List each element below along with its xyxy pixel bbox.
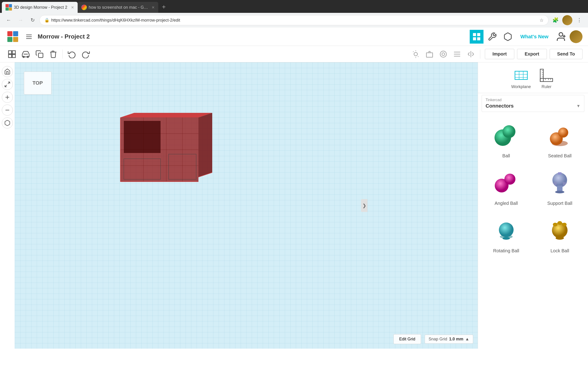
category-text: Connectors bbox=[485, 103, 514, 109]
svg-rect-4 bbox=[477, 33, 480, 36]
redo-button[interactable] bbox=[79, 48, 92, 60]
extensions-button[interactable]: 🧩 bbox=[550, 15, 561, 25]
send-to-button[interactable]: Send To bbox=[550, 49, 582, 59]
tab-google[interactable]: how to screenshot on mac - G… ✕ bbox=[78, 2, 158, 13]
project-title: Morrow - Project 2 bbox=[38, 33, 466, 40]
shape-support-ball[interactable]: Support Ball bbox=[534, 163, 586, 210]
address-bar[interactable]: 🔒 https://www.tinkercad.com/things/dHqK6… bbox=[40, 15, 548, 25]
home-view-button[interactable] bbox=[2, 66, 13, 77]
bookmark-icon[interactable]: ☆ bbox=[540, 17, 544, 23]
left-panel bbox=[0, 62, 15, 349]
category-value: Connectors ▼ bbox=[485, 103, 580, 109]
export-button[interactable]: Export bbox=[517, 49, 547, 59]
support-ball-image bbox=[544, 167, 576, 199]
copy-button[interactable] bbox=[33, 48, 46, 60]
svg-point-68 bbox=[552, 173, 567, 187]
seated-ball-label: Seated Ball bbox=[548, 153, 571, 158]
delete-button[interactable] bbox=[47, 48, 60, 60]
svg-point-75 bbox=[499, 223, 514, 237]
toolbar-separator-1 bbox=[62, 50, 63, 59]
view-cube[interactable]: TOP bbox=[24, 72, 52, 94]
svg-rect-41 bbox=[124, 121, 161, 153]
shape-seated-ball[interactable]: Seated Ball bbox=[534, 116, 586, 162]
add-user-button[interactable] bbox=[554, 30, 568, 44]
svg-rect-11 bbox=[12, 51, 16, 54]
svg-rect-53 bbox=[540, 78, 553, 82]
collapse-panel-button[interactable]: ❯ bbox=[361, 199, 367, 212]
tab-label-google: how to screenshot on mac - G… bbox=[89, 5, 148, 10]
tinkercad-logo[interactable] bbox=[6, 29, 20, 44]
svg-rect-23 bbox=[426, 53, 433, 57]
support-ball-label: Support Ball bbox=[547, 201, 572, 206]
toolbar-separator-2 bbox=[480, 50, 480, 59]
refresh-button[interactable]: ↻ bbox=[27, 15, 38, 25]
tools-button[interactable] bbox=[485, 30, 499, 44]
logo-cell-yellow bbox=[13, 37, 18, 42]
svg-rect-5 bbox=[473, 37, 476, 40]
snap-grid-value: 1.0 mm bbox=[449, 337, 463, 342]
svg-rect-52 bbox=[540, 69, 544, 82]
svg-rect-10 bbox=[9, 51, 12, 54]
light-button[interactable] bbox=[409, 48, 422, 60]
rotating-ball-label: Rotating Ball bbox=[493, 248, 519, 253]
category-label: Tinkercad bbox=[485, 98, 580, 102]
seated-ball-image bbox=[544, 119, 576, 151]
list-view-button[interactable] bbox=[24, 32, 34, 42]
category-dropdown[interactable]: Tinkercad Connectors ▼ bbox=[482, 95, 584, 112]
svg-line-21 bbox=[413, 51, 414, 52]
svg-rect-47 bbox=[515, 71, 527, 80]
svg-rect-42 bbox=[169, 154, 196, 179]
fit-view-button[interactable] bbox=[2, 79, 13, 90]
forward-button[interactable]: → bbox=[16, 15, 26, 25]
group-button[interactable] bbox=[423, 48, 436, 60]
shape-rotating-ball[interactable]: Rotating Ball bbox=[480, 211, 533, 257]
tab-close-google[interactable]: ✕ bbox=[152, 5, 155, 10]
logo-cell-blue bbox=[13, 31, 18, 36]
3d-view-button[interactable] bbox=[470, 30, 484, 44]
workplane-tool[interactable]: Workplane bbox=[511, 66, 531, 89]
zoom-in-button[interactable] bbox=[2, 92, 13, 103]
new-shape-button[interactable] bbox=[6, 48, 18, 60]
svg-point-7 bbox=[559, 33, 563, 36]
ball-image bbox=[490, 119, 522, 151]
import-button[interactable]: Import bbox=[485, 49, 514, 59]
svg-point-24 bbox=[440, 51, 447, 57]
mirror-button[interactable] bbox=[464, 48, 477, 60]
tab-close-tinkercad[interactable]: ✕ bbox=[71, 5, 74, 10]
dropdown-arrow-icon: ▼ bbox=[576, 104, 580, 108]
align-button[interactable] bbox=[451, 48, 464, 60]
ungroup-button[interactable] bbox=[437, 48, 450, 60]
packages-button[interactable] bbox=[501, 30, 515, 44]
workplane-label: Workplane bbox=[511, 84, 531, 89]
new-tab-button[interactable]: + bbox=[159, 2, 168, 11]
ruler-icon bbox=[538, 66, 555, 83]
lock-ball-label: Lock Ball bbox=[551, 248, 569, 253]
user-avatar[interactable] bbox=[570, 30, 582, 43]
bottom-controls: Edit Grid Snap Grid 1.0 mm ▲ bbox=[393, 334, 473, 344]
zoom-out-button[interactable] bbox=[2, 105, 13, 116]
cut-button[interactable] bbox=[19, 48, 32, 60]
perspective-button[interactable] bbox=[2, 117, 13, 128]
tab-tinkercad[interactable]: 3D design Morrow - Project 2 ✕ bbox=[2, 2, 78, 13]
canvas-grid bbox=[15, 62, 478, 349]
angled-ball-label: Angled Ball bbox=[494, 201, 518, 206]
toolbar: Import Export Send To bbox=[0, 46, 588, 62]
canvas-area[interactable]: TOP bbox=[15, 62, 478, 349]
3d-object bbox=[102, 113, 231, 205]
svg-point-62 bbox=[502, 125, 515, 138]
snap-grid-control[interactable]: Snap Grid 1.0 mm ▲ bbox=[425, 335, 473, 344]
undo-button[interactable] bbox=[65, 48, 78, 60]
chrome-profile-avatar[interactable] bbox=[562, 15, 572, 25]
whats-new-button[interactable]: What's New bbox=[517, 32, 552, 42]
app-header: Morrow - Project 2 What's N bbox=[0, 27, 588, 46]
edit-grid-button[interactable]: Edit Grid bbox=[393, 334, 421, 344]
shape-ball[interactable]: Ball bbox=[480, 116, 533, 162]
ruler-tool[interactable]: Ruler bbox=[538, 66, 555, 89]
shapes-grid: Ball bbox=[478, 114, 588, 259]
shape-lock-ball[interactable]: Lock Ball bbox=[534, 211, 586, 257]
svg-point-25 bbox=[442, 53, 445, 56]
chrome-menu-button[interactable]: ⋮ bbox=[574, 15, 584, 25]
back-button[interactable]: ← bbox=[4, 15, 14, 25]
shape-angled-ball[interactable]: Angled Ball bbox=[480, 163, 533, 210]
svg-marker-39 bbox=[120, 113, 212, 117]
